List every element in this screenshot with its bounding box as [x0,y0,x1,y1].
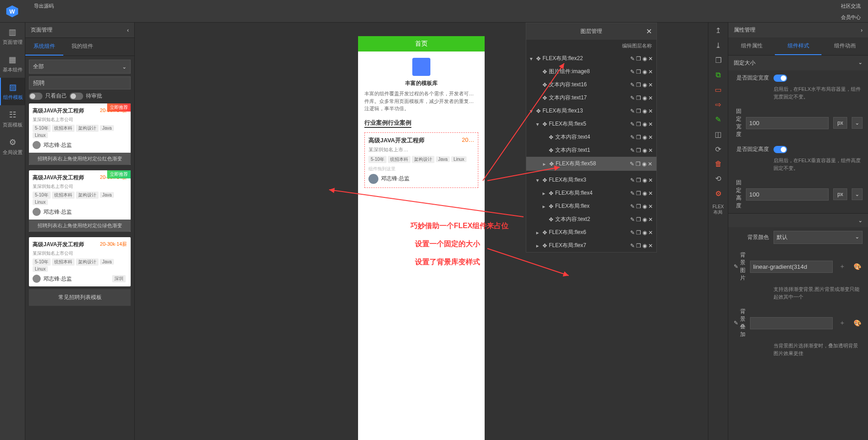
caret-icon[interactable]: ▸ [543,161,547,167]
move-icon[interactable]: ✥ [549,190,553,197]
toolbar-会员中心[interactable]: 会员中心 [836,11,865,23]
delete-icon[interactable]: ✕ [648,147,653,154]
height-unit-dropdown[interactable]: ⌄ [852,188,863,200]
layer-node[interactable]: ✥文本内容:text2✎❐◉✕ [526,213,656,226]
strip-button[interactable]: 🗑 [715,160,722,168]
move-icon[interactable]: ✥ [542,243,547,249]
eye-icon[interactable]: ◉ [642,229,647,236]
caret-icon[interactable]: ▸ [542,203,547,210]
strip-button[interactable]: ↥ [715,26,721,35]
vtab-页面模板[interactable]: ☷页面模板 [0,105,25,133]
copy-icon[interactable]: ❐ [636,82,641,88]
edit-icon[interactable]: ✎ [630,161,634,167]
move-icon[interactable]: ✥ [542,82,547,88]
eye-icon[interactable]: ◉ [642,108,647,114]
strip-button[interactable]: ❐ [715,56,722,65]
layer-node[interactable]: ✥文本内容:text17✎❐◉✕ [526,91,656,104]
layer-node[interactable]: ▾✥FLEX布局:flex3✎❐◉✕ [526,173,656,187]
layer-node[interactable]: ✥文本内容:text4✎❐◉✕ [526,131,656,144]
category-select[interactable]: 全部 ⌄ [29,60,131,74]
fixed-width-input[interactable] [746,117,829,129]
delete-icon[interactable]: ✕ [648,95,653,101]
delete-icon[interactable]: ✕ [648,161,652,167]
eye-icon[interactable]: ◉ [642,177,647,183]
right-tab-组件样式[interactable]: 组件样式 [775,37,821,55]
palette-icon[interactable]: 🎨 [852,263,863,270]
fixed-width-switch[interactable] [774,75,787,82]
move-icon[interactable]: ✥ [542,177,547,183]
eye-icon[interactable]: ◉ [642,190,647,197]
edit-icon[interactable]: ✎ [630,203,635,210]
delete-icon[interactable]: ✕ [648,243,653,249]
layer-node[interactable]: ✥文本内容:text1✎❐◉✕ [526,144,656,157]
bg-image-input[interactable] [750,261,833,273]
strip-button[interactable]: ⟲ [715,174,721,183]
vtab-全局设置[interactable]: ⚙全局设置 [0,133,25,160]
delete-icon[interactable]: ✕ [648,190,653,197]
vtab-页面管理[interactable]: ▥页面管理 [0,23,25,50]
strip-button[interactable]: ⧉ [716,71,721,79]
eye-icon[interactable]: ◉ [642,147,647,154]
edit-icon[interactable]: ✎ [630,82,635,88]
layer-node[interactable]: ▸✥FLEX布局:flex58✎❐◉✕ [526,157,656,171]
edit-icon[interactable]: ✎ [630,216,635,223]
move-icon[interactable]: ✥ [549,134,553,140]
copy-icon[interactable]: ❐ [636,95,641,101]
left-tab-我的组件[interactable]: 我的组件 [63,38,101,56]
only-mine-switch[interactable] [29,93,42,100]
move-icon[interactable]: ✥ [542,69,547,75]
move-icon[interactable]: ✥ [549,147,553,154]
edit-icon[interactable]: ✎ [630,190,635,197]
copy-icon[interactable]: ❐ [636,203,641,210]
edit-icon[interactable]: ✎ [630,95,635,101]
copy-icon[interactable]: ❐ [636,190,641,197]
template-card[interactable]: 高级JAVA开发工程师20-30k·14薪某深圳知名上市公司5-10年统招本科架… [29,237,131,286]
close-icon[interactable]: ✕ [646,27,652,36]
strip-button[interactable]: ▭ [715,85,722,94]
edit-icon[interactable]: ✎ [630,229,635,236]
section-background[interactable]: ⌄ [728,214,868,227]
edit-icon[interactable]: ✎ [630,56,635,62]
layer-node[interactable]: ✥图片组件:image8✎❐◉✕ [526,65,656,78]
caret-icon[interactable]: ▸ [542,190,547,197]
delete-icon[interactable]: ✕ [648,216,653,223]
add-icon[interactable]: ＋ [837,319,847,327]
fixed-height-input[interactable] [746,188,829,201]
delete-icon[interactable]: ✕ [648,134,653,140]
copy-icon[interactable]: ❐ [636,56,641,62]
eye-icon[interactable]: ◉ [642,82,647,88]
bg-color-select[interactable]: 默认⌄ [774,231,863,244]
copy-icon[interactable]: ❐ [636,243,641,249]
eye-icon[interactable]: ◉ [642,134,647,140]
eye-icon[interactable]: ◉ [642,161,646,167]
move-icon[interactable]: ✥ [536,56,541,62]
strip-button[interactable]: ◫ [715,130,722,139]
caret-icon[interactable]: ▸ [536,243,541,249]
eye-icon[interactable]: ◉ [642,69,647,75]
edit-icon[interactable]: ✎ [630,108,635,114]
strip-button[interactable]: ✎ [715,115,721,124]
expand-right-icon[interactable]: › [861,27,863,33]
search-input[interactable] [29,76,131,89]
layer-node[interactable]: ▾✥FLEX布局:flex13✎❐◉✕ [526,104,656,117]
delete-icon[interactable]: ✕ [648,69,653,75]
delete-icon[interactable]: ✕ [648,121,653,127]
job-card[interactable]: 高级JAVA开发工程师 20… 某深圳知名上市… 5-10年统招本科架构设计Ja… [364,132,478,188]
copy-icon[interactable]: ❐ [636,177,641,183]
layer-node[interactable]: ▸✥FLEX布局:flex4✎❐◉✕ [526,187,656,200]
delete-icon[interactable]: ✕ [648,203,653,210]
move-icon[interactable]: ✥ [549,161,554,167]
copy-icon[interactable]: ❐ [636,216,641,223]
copy-icon[interactable]: ❐ [636,161,641,167]
copy-icon[interactable]: ❐ [636,121,641,127]
move-icon[interactable]: ✥ [542,121,547,127]
vtab-基本组件[interactable]: ▦基本组件 [0,50,25,78]
move-icon[interactable]: ✥ [542,229,547,236]
move-icon[interactable]: ✥ [549,203,553,210]
edit-icon[interactable]: ✎ [734,320,738,326]
eye-icon[interactable]: ◉ [642,216,647,223]
delete-icon[interactable]: ✕ [648,229,653,236]
layer-node[interactable]: ▾✥FLEX布局:flex5✎❐◉✕ [526,117,656,131]
strip-button[interactable]: ⇨ [715,100,721,109]
copy-icon[interactable]: ❐ [636,69,641,75]
